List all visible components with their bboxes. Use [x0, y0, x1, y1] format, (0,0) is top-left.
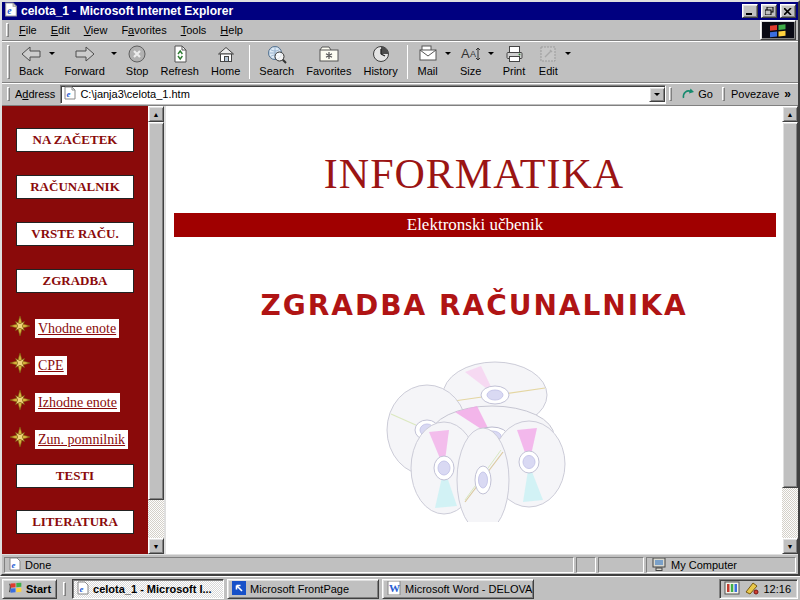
more-tools-caret[interactable]	[565, 52, 571, 55]
start-button[interactable]: Start	[2, 579, 57, 599]
cd-clipart	[166, 350, 782, 526]
address-input[interactable]: e C:\janja3\celota_1.htm	[60, 85, 666, 104]
ie-page-icon: e	[64, 86, 76, 102]
sidebar-link[interactable]: CPE	[10, 353, 148, 377]
menu-item[interactable]: Favorites	[114, 21, 173, 39]
status-spacer-pane	[576, 557, 596, 573]
mail-icon	[417, 44, 439, 65]
scroll-down-icon[interactable]: ▼	[782, 538, 798, 554]
ie-page-icon: e	[77, 581, 89, 597]
windows-flag-icon	[8, 581, 23, 597]
menu-item[interactable]: Tools	[174, 21, 214, 39]
go-grip[interactable]	[669, 87, 672, 101]
section-heading: ZGRADBA RAČUNALNIKA	[166, 289, 782, 322]
sidebar-link[interactable]: Vhodne enote	[10, 316, 148, 340]
sidebar-links: Vhodne enote CPE Izhodne enote	[2, 316, 148, 451]
svg-text:A: A	[470, 49, 476, 59]
refresh-button[interactable]: Refresh	[154, 43, 205, 81]
svg-text:e: e	[12, 560, 16, 570]
edit-icon	[537, 44, 559, 65]
sidebar-frame: NA ZAČETEK RAČUNALNIK VRSTE RAČU. ZGRADB…	[2, 106, 166, 554]
mail-dropdown-caret[interactable]	[445, 52, 451, 55]
my-computer-icon	[651, 557, 667, 573]
menu-item[interactable]: View	[77, 21, 115, 39]
size-button[interactable]: AA Size	[454, 43, 488, 81]
search-icon	[266, 44, 288, 65]
star-icon	[10, 316, 30, 340]
print-button[interactable]: Print	[497, 43, 532, 81]
status-pane: e Done	[4, 557, 574, 573]
size-dropdown-caret[interactable]	[488, 52, 494, 55]
sidebar-link[interactable]: Zun. pomnilnik	[10, 427, 148, 451]
menu-item[interactable]: Help	[213, 21, 250, 39]
minimize-button[interactable]	[742, 4, 758, 18]
addressbar-grip[interactable]	[7, 87, 10, 101]
links-bar-toggle[interactable]: Povezave »	[728, 85, 794, 104]
links-grip[interactable]	[722, 87, 725, 101]
main-scroll-thumb[interactable]	[782, 122, 798, 488]
menu-item[interactable]: File	[12, 21, 44, 39]
resource-meter-icon[interactable]	[724, 581, 740, 597]
taskbar-grip[interactable]	[63, 582, 66, 596]
sidebar-link[interactable]: Izhodne enote	[10, 390, 148, 414]
sidebar-nav-button[interactable]: LITERATURA	[16, 510, 134, 534]
history-button[interactable]: History	[357, 43, 403, 81]
forward-button[interactable]: Forward	[58, 43, 110, 81]
word-icon: W	[387, 581, 401, 597]
toolbar-separator	[407, 45, 408, 79]
sidebar-content: NA ZAČETEK RAČUNALNIK VRSTE RAČU. ZGRADB…	[2, 106, 148, 554]
sidebar-nav-button[interactable]: VRSTE RAČU.	[16, 222, 134, 246]
security-zone-pane: My Computer	[646, 557, 796, 573]
sidebar-nav-button[interactable]: NA ZAČETEK	[16, 128, 134, 152]
print-icon	[503, 44, 525, 65]
favorites-button[interactable]: Favorites	[300, 43, 357, 81]
toolbar-separator	[249, 45, 250, 79]
subtitle-banner: Elektronski učbenik	[174, 213, 776, 237]
menu-item[interactable]: Edit	[44, 21, 77, 39]
back-dropdown-caret[interactable]	[49, 52, 55, 55]
stop-button[interactable]: Stop	[120, 43, 155, 81]
go-button[interactable]: Go	[675, 85, 719, 104]
refresh-icon	[169, 44, 191, 65]
scroll-up-icon[interactable]: ▲	[148, 106, 164, 122]
back-button[interactable]: Back	[13, 43, 49, 81]
edit-button[interactable]: Edit	[531, 43, 565, 81]
scroll-up-icon[interactable]: ▲	[782, 106, 798, 122]
status-text: Done	[25, 559, 51, 571]
main-frame: INFORMATIKA Elektronski učbenik ZGRADBA …	[166, 106, 798, 554]
tray-device-icon[interactable]	[744, 581, 759, 597]
scroll-down-icon[interactable]: ▼	[148, 538, 164, 554]
task-button-frontpage[interactable]: Microsoft FrontPage	[227, 579, 379, 599]
sidebar-scrollbar[interactable]: ▲ ▼	[148, 106, 164, 554]
toolbar-grip[interactable]	[7, 45, 10, 79]
main-scrollbar[interactable]: ▲ ▼	[782, 106, 798, 554]
sidebar-nav-button[interactable]: TESTI	[16, 464, 134, 488]
window-title: celota_1 - Microsoft Internet Explorer	[21, 4, 739, 18]
title-bar[interactable]: e celota_1 - Microsoft Internet Explorer	[2, 2, 798, 20]
sidebar-nav-button[interactable]: RAČUNALNIK	[16, 175, 134, 199]
address-dropdown-button[interactable]	[649, 87, 665, 102]
taskbar: Start e celota_1 - Microsoft I... Micros…	[0, 576, 800, 600]
search-button[interactable]: Search	[253, 43, 300, 81]
svg-text:A: A	[461, 46, 470, 61]
close-button[interactable]	[780, 4, 796, 18]
sidebar-bottom-buttons: TESTI LITERATURA	[2, 464, 148, 534]
home-button[interactable]: Home	[205, 43, 246, 81]
sidebar-nav-button[interactable]: ZGRADBA	[16, 269, 134, 293]
frontpage-icon	[232, 581, 246, 597]
address-label: Address	[15, 88, 55, 100]
menubar-grip[interactable]	[6, 23, 9, 37]
forward-dropdown-caret[interactable]	[111, 52, 117, 55]
menu-bar: File Edit View Favorites Tools Help	[2, 20, 798, 40]
back-icon	[20, 44, 42, 65]
size-icon: AA	[460, 44, 482, 65]
desktop-screen: e celota_1 - Microsoft Internet Explorer…	[0, 0, 800, 600]
page-content: INFORMATIKA Elektronski učbenik ZGRADBA …	[166, 106, 782, 554]
sidebar-scroll-thumb[interactable]	[148, 122, 164, 500]
forward-icon	[74, 44, 96, 65]
task-button-word[interactable]: W Microsoft Word - DELOVA...	[382, 579, 534, 599]
restore-button[interactable]	[761, 4, 777, 18]
task-button-ie[interactable]: e celota_1 - Microsoft I...	[72, 579, 224, 599]
mail-button[interactable]: Mail	[411, 43, 445, 81]
ie-page-icon: e	[9, 557, 21, 573]
